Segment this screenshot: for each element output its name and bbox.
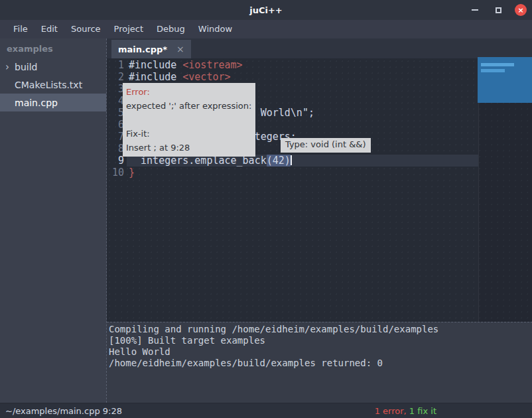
code-line-1: 1#include <iostream>: [107, 59, 532, 71]
tooltip-line: Fix-it:: [126, 127, 252, 141]
maximize-button[interactable]: [492, 3, 505, 17]
code-text: #include <iostream>: [129, 59, 243, 71]
line-number: 1: [107, 59, 124, 71]
chevron-right-icon: ›: [5, 62, 15, 72]
status-fixit-count: 1 fix it: [407, 406, 436, 416]
line-number: 8: [107, 143, 124, 155]
minimize-icon: [472, 9, 478, 11]
status-diagnostics: 1 error, 1 fix it: [375, 403, 436, 418]
tab-close-icon[interactable]: ×: [176, 44, 184, 54]
tree-item-label: CMakeLists.txt: [15, 80, 82, 90]
tree-item-build[interactable]: ›build: [0, 58, 106, 76]
line-number: 5: [107, 107, 124, 119]
line-number: 9: [107, 155, 124, 167]
text-cursor: [291, 155, 292, 165]
tree-item-cmakelists-txt[interactable]: CMakeLists.txt: [0, 76, 106, 94]
terminal-line: Compiling and running /home/eidheim/exam…: [109, 324, 532, 335]
tooltip-line: Insert ; at 9:28: [126, 141, 252, 155]
tooltip-line: expected ';' after expression:: [126, 99, 252, 113]
line-number: 2: [107, 71, 124, 83]
line-number: 10: [107, 167, 124, 178]
minimap: [478, 57, 532, 103]
line-number: 6: [107, 119, 124, 131]
code-token: #include: [129, 71, 182, 83]
menu-item-file[interactable]: File: [7, 20, 34, 38]
maximize-icon: [496, 7, 501, 13]
titlebar: juCi++ ×: [0, 0, 532, 20]
tab-label: main.cpp*: [118, 44, 167, 54]
terminal-output[interactable]: Compiling and running /home/eidheim/exam…: [107, 322, 532, 403]
code-token: #include: [129, 59, 182, 71]
terminal-line: /home/eidheim/examples/build/examples re…: [109, 358, 532, 369]
menu-item-edit[interactable]: Edit: [34, 20, 64, 38]
menu-item-window[interactable]: Window: [192, 20, 239, 38]
menu-item-source[interactable]: Source: [64, 20, 107, 38]
bracket-highlight: (42): [267, 155, 291, 167]
status-location: ~/examples/main.cpp 9:28: [5, 406, 122, 416]
code-line-2: 2#include <vector>: [107, 71, 532, 83]
tooltip-line: [126, 113, 252, 127]
error-tooltip-body: expected ';' after expression: Fix-it:In…: [126, 99, 252, 155]
terminal-line: Hello World: [109, 346, 532, 358]
status-error-count: 1 error,: [375, 406, 407, 416]
file-tree: ›buildCMakeLists.txtmain.cpp: [0, 58, 106, 111]
type-tooltip: Type: void (int &&): [281, 138, 371, 153]
code-text: }: [129, 167, 135, 178]
close-icon: ×: [517, 6, 523, 15]
line-number: 4: [107, 95, 124, 107]
code-token: <vector>: [182, 71, 230, 83]
sidebar: examples ›buildCMakeLists.txtmain.cpp: [0, 38, 106, 403]
project-name: examples: [0, 38, 106, 58]
tree-item-main-cpp[interactable]: main.cpp: [0, 94, 106, 111]
minimize-button[interactable]: [468, 3, 482, 17]
tab-bar: main.cpp* ×: [107, 38, 532, 58]
code-token: World\n";: [261, 107, 314, 119]
menu-item-project[interactable]: Project: [107, 20, 150, 38]
code-token: }: [129, 167, 135, 178]
code-token: <iostream>: [182, 59, 242, 71]
line-number: 3: [107, 83, 124, 95]
code-text: #include <vector>: [129, 71, 231, 83]
tree-item-label: main.cpp: [15, 98, 58, 108]
menubar: FileEditSourceProjectDebugWindow: [0, 20, 532, 38]
code-line-10: 10}: [107, 167, 532, 178]
menu-item-debug[interactable]: Debug: [150, 20, 192, 38]
window-controls: ×: [468, 0, 527, 20]
error-tooltip-title: Error:: [126, 85, 252, 99]
statusbar: ~/examples/main.cpp 9:28 1 error, 1 fix …: [0, 403, 532, 418]
minimap-code-bar: [481, 63, 514, 66]
terminal-line: [100%] Built target examples: [109, 335, 532, 346]
tab-main-cpp[interactable]: main.cpp* ×: [111, 40, 191, 58]
close-button[interactable]: ×: [515, 4, 527, 16]
error-tooltip: Error: expected ';' after expression: Fi…: [123, 83, 255, 157]
line-number: 7: [107, 131, 124, 143]
window-title: juCi++: [249, 5, 283, 15]
tree-item-label: build: [15, 62, 37, 72]
minimap-code-bar: [481, 69, 505, 72]
